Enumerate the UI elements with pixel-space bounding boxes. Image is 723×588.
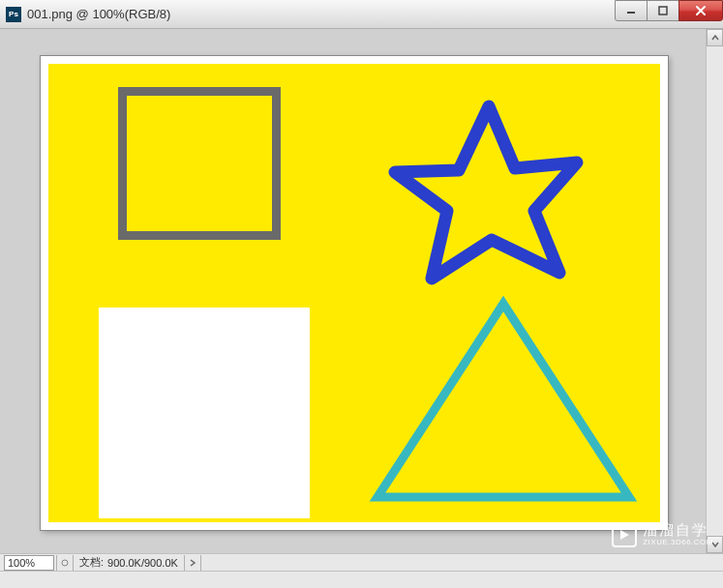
close-icon [695, 5, 707, 16]
minimize-icon [626, 6, 636, 15]
svg-rect-0 [627, 12, 635, 14]
watermark-brand: 溜溜自学 [643, 522, 713, 539]
svg-point-4 [62, 560, 68, 566]
scroll-up-button[interactable] [707, 29, 723, 46]
vertical-scrollbar[interactable] [706, 29, 723, 553]
shape-square-outline [118, 87, 281, 240]
window-controls [616, 0, 723, 21]
horizontal-scrollbar[interactable] [0, 571, 723, 588]
svg-marker-3 [377, 304, 629, 497]
watermark: 溜溜自学 ZIXUE.3D66.COM [612, 522, 713, 547]
status-bar: 100% 文档: 900.0K/900.0K [0, 553, 723, 571]
chevron-up-icon [711, 34, 719, 42]
zoom-input[interactable]: 100% [4, 555, 54, 571]
status-arrow[interactable] [184, 555, 201, 571]
doc-size: 900.0K/900.0K [107, 557, 178, 569]
app-icon-letter: Ps [9, 11, 18, 18]
canvas-background [48, 64, 660, 522]
status-separator [56, 555, 74, 571]
minimize-button[interactable] [615, 0, 648, 21]
canvas-wrapper [41, 56, 668, 530]
svg-marker-2 [395, 106, 577, 279]
play-icon [612, 522, 637, 547]
shape-star [377, 95, 590, 288]
window-title: 001.png @ 100%(RGB/8) [27, 7, 170, 21]
close-button[interactable] [678, 0, 723, 21]
svg-rect-1 [659, 7, 667, 15]
shape-white-rectangle [99, 308, 310, 518]
info-dot-icon [61, 559, 69, 567]
titlebar: Ps 001.png @ 100%(RGB/8) [0, 0, 723, 29]
shape-triangle [368, 292, 639, 510]
maximize-button[interactable] [647, 0, 679, 21]
document-viewport[interactable] [0, 29, 706, 553]
app-icon: Ps [6, 7, 21, 22]
maximize-icon [658, 6, 668, 15]
doc-label: 文档: [79, 555, 104, 570]
chevron-right-icon [189, 559, 196, 567]
watermark-url: ZIXUE.3D66.COM [643, 539, 713, 547]
